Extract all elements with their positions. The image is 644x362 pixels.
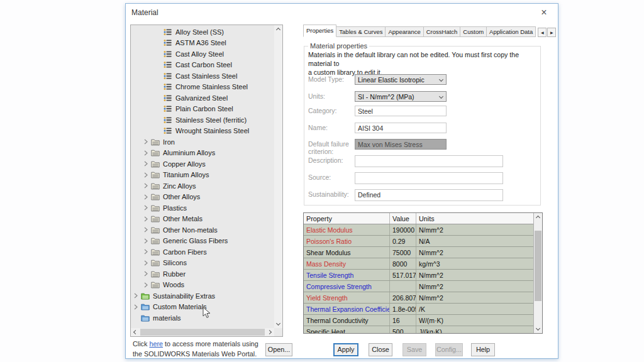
table-row[interactable]: Thermal Conductivity 16 W/(m·K) [304,315,533,326]
tree-item[interactable]: Other Metals [131,214,274,225]
table-row[interactable]: Tensile Strength 517.017 N/mm^2 [304,270,533,281]
chevron-right-icon[interactable] [143,139,151,145]
tree-item[interactable]: Silicons [131,258,274,269]
open-button[interactable]: Open... [265,343,292,356]
description-row: Description: [308,155,536,167]
scroll-up-icon[interactable] [534,213,542,221]
chevron-right-icon[interactable] [143,271,151,277]
tree-item[interactable]: Wrought Stainless Steel [131,126,274,137]
description-label: Description: [308,155,355,167]
tree-item[interactable]: ASTM A36 Steel [131,38,274,49]
default-failure-row: Default failure criterion: Max von Mises… [308,139,536,155]
scroll-down-icon[interactable] [534,325,542,333]
chevron-right-icon[interactable] [143,216,151,222]
name-field[interactable]: AISI 304 [355,123,447,133]
chevron-right-icon[interactable] [143,194,151,200]
value-cell[interactable]: 500 [390,326,416,333]
tree-item[interactable]: Woods [131,280,274,291]
tree-item[interactable]: Stainless Steel (ferritic) [131,114,274,126]
chevron-right-icon[interactable] [143,183,151,189]
tree-item[interactable]: Other Non-metals [131,224,274,236]
help-button[interactable]: Help [471,343,495,356]
value-cell[interactable]: 75000 [390,247,416,258]
value-cell[interactable] [390,281,416,292]
tab-label: Application Data [489,28,533,35]
property-cell: Shear Modulus [304,247,390,258]
chevron-right-icon[interactable] [143,238,151,244]
table-row[interactable]: Poisson's Ratio 0.29 N/A [304,236,533,247]
table-row[interactable]: Compressive Strength N/mm^2 [304,281,533,292]
scroll-left-icon[interactable] [131,328,139,336]
scroll-down-icon[interactable] [274,320,282,328]
apply-button[interactable]: Apply [333,343,358,356]
tab-scroll-right-icon[interactable]: ▶ [547,28,556,37]
chevron-right-icon[interactable] [143,205,151,211]
tree-item[interactable]: Cast Carbon Steel [131,60,274,71]
tree-item[interactable]: Rubber [131,268,274,280]
chevron-right-icon[interactable] [143,172,151,178]
tree-item[interactable]: Plastics [131,202,274,214]
tree-horizontal-scrollbar[interactable] [131,328,274,336]
tree-item[interactable]: Galvanized Steel [131,92,274,104]
table-row[interactable]: Specific Heat 500 J/(kg·K) [304,326,533,333]
tab[interactable]: Application Data [487,26,536,37]
tab[interactable]: Appearance [386,26,423,37]
chevron-right-icon[interactable] [143,282,151,288]
tree-item[interactable]: Copper Alloys [131,158,274,170]
scroll-up-icon[interactable] [274,25,282,33]
tab[interactable]: Properties [303,25,336,37]
tree-item[interactable]: Iron [131,136,274,148]
source-label: Source: [308,172,355,184]
tree-vertical-scrollbar[interactable] [274,25,282,328]
chevron-right-icon[interactable] [133,293,141,299]
scrollbar-thumb[interactable] [535,231,541,301]
value-cell[interactable]: 0.29 [390,236,416,246]
tree-item[interactable]: Chrome Stainless Steel [131,82,274,93]
close-button[interactable]: Close [369,343,392,356]
chevron-right-icon[interactable] [143,150,151,156]
chevron-right-icon[interactable] [143,249,151,255]
source-field[interactable] [355,172,503,184]
tree-item[interactable]: Titanium Alloys [131,170,274,181]
tree-item[interactable]: Alloy Steel (SS) [131,26,274,38]
table-row[interactable]: Thermal Expansion Coefficient 1.8e-005 /… [304,304,533,315]
sustainability-field[interactable]: Defined [355,189,503,201]
tab-scroll-left-icon[interactable]: ◀ [538,28,547,37]
tab[interactable]: Custom [460,26,487,37]
model-type-dropdown[interactable]: Linear Elastic Isotropic [355,74,447,85]
category-field[interactable]: Steel [355,106,447,116]
table-row[interactable]: Shear Modulus 75000 N/mm^2 [304,247,533,258]
tab[interactable]: CrossHatch [424,26,461,37]
tree-item[interactable]: Cast Alloy Steel [131,48,274,60]
chevron-right-icon[interactable] [133,304,141,310]
tree-item[interactable]: Zinc Alloys [131,180,274,192]
tree-item[interactable]: Aluminium Alloys [131,148,274,159]
tab[interactable]: Tables & Curves [336,26,386,37]
chevron-right-icon[interactable] [143,161,151,167]
table-row[interactable]: Elastic Modulus 190000 N/mm^2 [304,224,533,236]
tree-item[interactable]: Generic Glass Fibers [131,236,274,247]
tree-item-icon [164,105,173,112]
here-link[interactable]: here [149,340,163,348]
tree-item[interactable]: Cast Stainless Steel [131,70,274,82]
value-cell[interactable]: 517.017 [390,270,416,280]
table-row[interactable]: Mass Density 8000 kg/m^3 [304,258,533,270]
chevron-right-icon[interactable] [143,227,151,233]
close-icon[interactable]: × [538,6,550,19]
description-field[interactable] [355,155,503,167]
value-cell[interactable]: 190000 [390,224,416,235]
value-cell[interactable]: 206.807 [390,292,416,303]
tree-item[interactable]: Sustainability Extras [131,290,274,302]
table-row[interactable]: Yield Strength 206.807 N/mm^2 [304,292,533,304]
value-cell[interactable]: 8000 [390,258,416,269]
tree-item[interactable]: Plain Carbon Steel [131,104,274,115]
tree-item[interactable]: Other Alloys [131,192,274,203]
value-cell[interactable]: 16 [390,315,416,326]
units-dropdown[interactable]: SI - N/mm^2 (MPa) [355,91,447,102]
scroll-right-icon[interactable] [266,328,274,336]
chevron-right-icon[interactable] [143,260,151,266]
scrollbar-thumb[interactable] [140,329,265,336]
tree-item[interactable]: Carbon Fibers [131,246,274,258]
table-vertical-scrollbar[interactable] [533,213,542,333]
value-cell[interactable]: 1.8e-005 [390,304,416,314]
